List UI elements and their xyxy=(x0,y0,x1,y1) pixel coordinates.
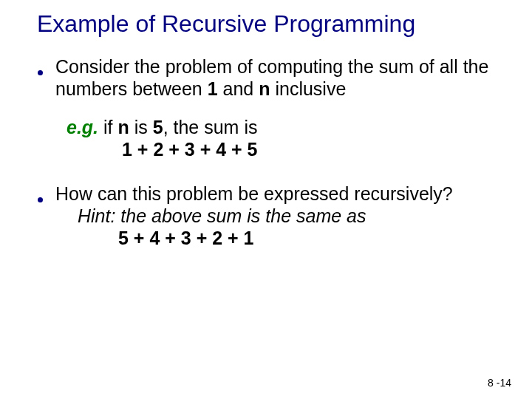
literal-one: 1 xyxy=(208,78,218,99)
slide-number: 8 -14 xyxy=(488,377,511,389)
variable-n: n xyxy=(117,117,129,137)
bullet-item: Consider the problem of computing the su… xyxy=(33,55,510,100)
math-expression: 5 + 4 + 3 + 2 + 1 xyxy=(55,227,510,249)
literal-five: 5 xyxy=(153,117,163,137)
slide-title: Example of Recursive Programming xyxy=(22,10,510,38)
math-expression: 1 + 2 + 3 + 4 + 5 xyxy=(66,138,510,160)
eg-label: e.g. xyxy=(66,117,98,137)
text: and xyxy=(218,78,259,99)
hint-text: the above sum is the same as xyxy=(115,205,366,226)
bullet-item: How can this problem be expressed recurs… xyxy=(33,183,510,249)
question-text: How can this problem be expressed recurs… xyxy=(55,183,510,205)
text: inclusive xyxy=(270,78,346,99)
bullet-marker xyxy=(33,55,55,100)
bullet-text: How can this problem be expressed recurs… xyxy=(55,183,510,249)
example-line: e.g. if n is 5, the sum is xyxy=(66,116,510,138)
hint-label: Hint: xyxy=(78,205,115,226)
slide: Example of Recursive Programming Conside… xyxy=(0,0,532,249)
text: , the sum is xyxy=(163,117,258,137)
slide-body: Consider the problem of computing the su… xyxy=(22,55,510,249)
text: is xyxy=(129,117,153,137)
example-block: e.g. if n is 5, the sum is 1 + 2 + 3 + 4… xyxy=(33,116,510,160)
hint-block: Hint: the above sum is the same as xyxy=(55,205,510,227)
bullet-text: Consider the problem of computing the su… xyxy=(55,55,510,100)
bullet-marker xyxy=(33,183,55,249)
variable-n: n xyxy=(259,78,270,99)
text: if xyxy=(98,117,117,137)
